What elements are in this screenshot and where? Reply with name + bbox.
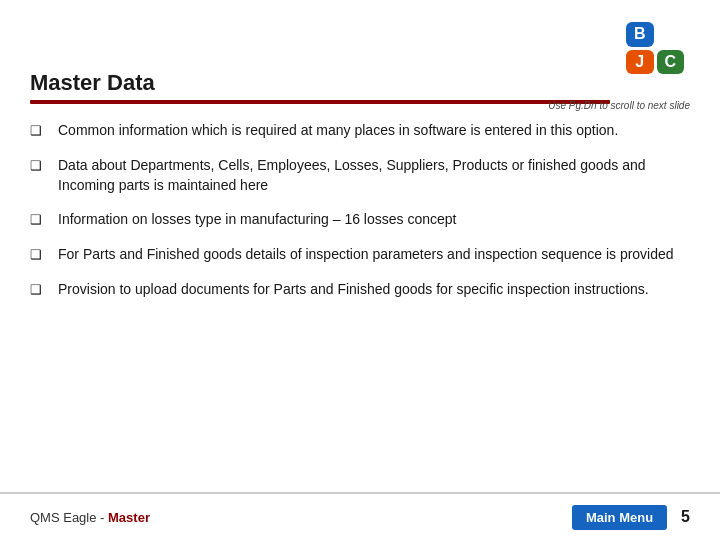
- bullet-icon-2: ❑: [30, 157, 50, 176]
- bullet-item-4: ❑ For Parts and Finished goods details o…: [30, 244, 690, 265]
- logo-blocks: B J C: [626, 22, 684, 74]
- bullet-text-2: Data about Departments, Cells, Employees…: [58, 155, 690, 196]
- logo-block-j: J: [626, 50, 654, 75]
- footer: QMS Eagle - Master Main Menu 5: [0, 492, 720, 540]
- footer-right: Main Menu 5: [572, 505, 690, 530]
- bullet-item-2: ❑ Data about Departments, Cells, Employe…: [30, 155, 690, 196]
- footer-highlight: Master: [108, 510, 150, 525]
- bullet-icon-5: ❑: [30, 281, 50, 300]
- bullet-item-5: ❑ Provision to upload documents for Part…: [30, 279, 690, 300]
- bullet-item-1: ❑ Common information which is required a…: [30, 120, 690, 141]
- main-menu-button[interactable]: Main Menu: [572, 505, 667, 530]
- logo-area: B J C: [620, 18, 690, 78]
- page-title: Master Data: [30, 70, 610, 96]
- logo-block-c: C: [657, 50, 685, 75]
- title-area: Master Data: [30, 70, 610, 104]
- bullet-text-5: Provision to upload documents for Parts …: [58, 279, 690, 299]
- bullet-item-3: ❑ Information on losses type in manufact…: [30, 209, 690, 230]
- bullet-text-4: For Parts and Finished goods details of …: [58, 244, 690, 264]
- bullet-icon-3: ❑: [30, 211, 50, 230]
- footer-label: QMS Eagle - Master: [30, 510, 150, 525]
- slide-container: B J C Master Data Use Pg.Dn to scroll to…: [0, 0, 720, 540]
- page-number: 5: [681, 508, 690, 526]
- bullet-text-3: Information on losses type in manufactur…: [58, 209, 690, 229]
- logo-block-b: B: [626, 22, 654, 47]
- bullet-icon-1: ❑: [30, 122, 50, 141]
- pgdn-hint: Use Pg.Dn to scroll to next slide: [548, 100, 690, 111]
- content-area: ❑ Common information which is required a…: [30, 120, 690, 480]
- logo-block-empty: [657, 22, 685, 47]
- title-underline: [30, 100, 610, 104]
- footer-left-text: QMS Eagle -: [30, 510, 108, 525]
- bullet-text-1: Common information which is required at …: [58, 120, 690, 140]
- bullet-icon-4: ❑: [30, 246, 50, 265]
